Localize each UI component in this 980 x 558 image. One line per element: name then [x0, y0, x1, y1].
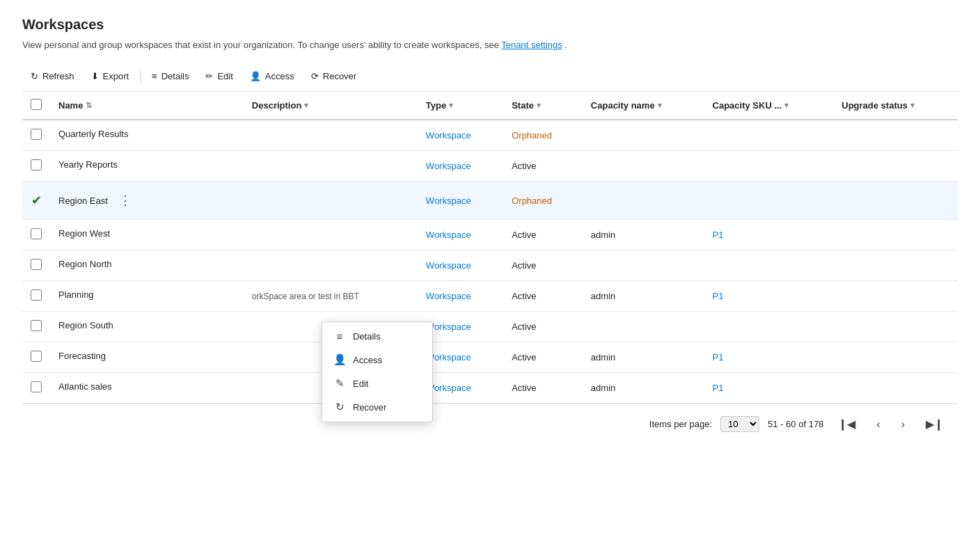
- recover-button[interactable]: ⟳ Recover: [303, 67, 365, 86]
- row-state: Active: [503, 342, 583, 373]
- context-access-icon: 👤: [333, 353, 346, 366]
- row-checkbox[interactable]: [31, 320, 42, 331]
- row-check-col: [22, 250, 50, 281]
- row-capacity-name: [583, 151, 704, 182]
- pagination-range: 51 - 60 of 178: [768, 419, 823, 429]
- edit-button[interactable]: ✏ Edit: [197, 67, 241, 86]
- workspaces-page: Workspaces View personal and group works…: [0, 0, 980, 461]
- row-state: Active: [503, 281, 583, 312]
- last-page-button[interactable]: ▶❙: [919, 414, 949, 434]
- toolbar: ↻ Refresh ⬇ Export ≡ Details ✏ Edit 👤 Ac…: [22, 67, 958, 92]
- refresh-icon: ↻: [31, 71, 38, 81]
- table-header-row: Name ⇅ Description ▾ Typ: [22, 92, 958, 120]
- col-upgrade-status[interactable]: Upgrade status ▾: [833, 92, 958, 120]
- row-check-col: [22, 151, 50, 182]
- row-capacity-name: [583, 182, 704, 220]
- row-type: Workspace: [418, 120, 503, 151]
- context-menu-recover[interactable]: ↻ Recover: [322, 395, 432, 419]
- next-page-button[interactable]: ›: [895, 415, 911, 434]
- details-icon: ≡: [152, 71, 157, 81]
- col-state[interactable]: State ▾: [503, 92, 583, 120]
- row-checkbox[interactable]: [31, 228, 42, 239]
- tenant-settings-link[interactable]: Tenant settings: [501, 40, 562, 50]
- select-all-col: [22, 92, 50, 120]
- row-type: Workspace: [418, 182, 503, 220]
- row-type: Workspace: [418, 250, 503, 281]
- recover-icon: ⟳: [311, 71, 319, 81]
- type-sort-icon: ▾: [449, 101, 453, 110]
- row-name: Planning: [50, 281, 244, 308]
- row-capacity-name: admin: [583, 220, 704, 250]
- prev-page-button[interactable]: ‹: [870, 415, 886, 434]
- context-menu: ≡ Details 👤 Access ✎ Edit ↻ Recover: [322, 321, 433, 422]
- row-upgrade-status: [833, 120, 958, 151]
- col-type[interactable]: Type ▾: [418, 92, 503, 120]
- row-description: [244, 220, 418, 250]
- access-icon: 👤: [250, 71, 261, 81]
- export-icon: ⬇: [91, 71, 99, 81]
- row-state: Active: [503, 220, 583, 250]
- pagination-bar: Items per page: 102050100 51 - 60 of 178…: [22, 404, 958, 444]
- refresh-button[interactable]: ↻ Refresh: [22, 67, 83, 86]
- context-menu-details[interactable]: ≡ Details: [322, 325, 432, 348]
- row-checkbox[interactable]: [31, 289, 42, 301]
- row-checkbox[interactable]: [31, 259, 42, 270]
- items-per-page-select[interactable]: 102050100: [720, 416, 759, 432]
- context-menu-edit[interactable]: ✎ Edit: [322, 372, 432, 395]
- desc-sort-icon: ▾: [304, 101, 308, 110]
- col-name[interactable]: Name ⇅: [50, 92, 244, 120]
- items-per-page-label: Items per page:: [649, 419, 712, 429]
- upgrade-sort-icon: ▾: [910, 101, 915, 110]
- row-capacity-sku: [704, 151, 834, 182]
- row-checkbox[interactable]: [31, 381, 42, 392]
- export-button[interactable]: ⬇ Export: [83, 67, 138, 86]
- select-all-checkbox[interactable]: [31, 99, 42, 110]
- row-name: Region North: [50, 250, 244, 278]
- row-name: Region West: [50, 220, 244, 247]
- row-type: Workspace: [418, 281, 503, 312]
- row-upgrade-status: [833, 250, 958, 281]
- row-check-col: [22, 342, 50, 373]
- row-upgrade-status: [833, 151, 958, 182]
- row-state: Active: [503, 373, 583, 404]
- page-subtitle: View personal and group workspaces that …: [22, 40, 958, 50]
- col-capacity-sku[interactable]: Capacity SKU ... ▾: [704, 92, 834, 120]
- row-name: Quarterly Results: [50, 120, 244, 148]
- row-capacity-sku: [704, 250, 834, 281]
- details-button[interactable]: ≡ Details: [143, 67, 197, 86]
- context-recover-icon: ↻: [333, 401, 346, 413]
- row-type: Workspace: [418, 220, 503, 250]
- row-name: Region South: [50, 312, 244, 339]
- row-upgrade-status: [833, 312, 958, 342]
- context-edit-icon: ✎: [333, 377, 346, 390]
- row-capacity-sku: P1: [704, 220, 834, 250]
- table-row: Forecasting Workspace Active admin P1: [22, 342, 958, 373]
- row-name: Yearly Reports: [50, 151, 244, 178]
- row-checkbox[interactable]: [31, 351, 42, 362]
- row-check-col: ✔: [22, 182, 50, 220]
- row-more-button[interactable]: ⋮: [113, 190, 137, 211]
- row-type: Workspace: [418, 151, 503, 182]
- row-state: Active: [503, 151, 583, 182]
- row-check-col: [22, 373, 50, 404]
- table-row: Region South Workspace Active: [22, 312, 958, 342]
- row-capacity-name: admin: [583, 373, 704, 404]
- row-capacity-sku: [704, 120, 834, 151]
- col-description[interactable]: Description ▾: [244, 92, 418, 120]
- first-page-button[interactable]: ❙◀: [832, 414, 862, 434]
- state-sort-icon: ▾: [537, 101, 541, 110]
- context-menu-access[interactable]: 👤 Access: [322, 348, 432, 372]
- row-description: [244, 151, 418, 182]
- table-body: Quarterly Results Workspace Orphaned Yea…: [22, 120, 958, 404]
- edit-icon: ✏: [205, 71, 213, 81]
- row-upgrade-status: [833, 281, 958, 312]
- row-checkbox[interactable]: [31, 159, 42, 170]
- col-capacity-name[interactable]: Capacity name ▾: [583, 92, 704, 120]
- row-capacity-name: admin: [583, 342, 704, 373]
- row-name: Forecasting: [50, 342, 244, 369]
- row-capacity-sku: [704, 312, 834, 342]
- toolbar-divider: [140, 70, 141, 83]
- row-checkbox[interactable]: [31, 129, 42, 140]
- capacity-name-sort-icon: ▾: [658, 101, 662, 110]
- access-button[interactable]: 👤 Access: [242, 67, 303, 86]
